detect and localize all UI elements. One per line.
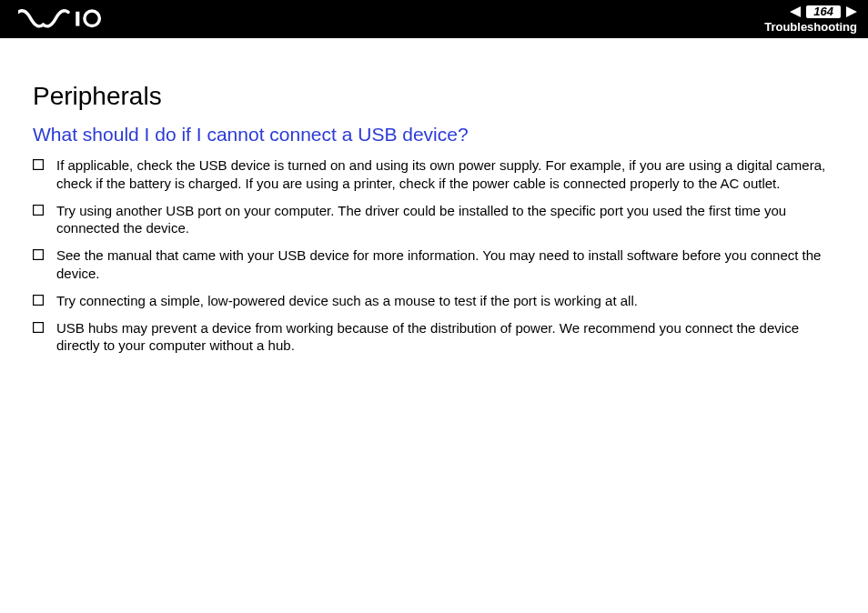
question-heading: What should I do if I cannot connect a U… <box>33 124 835 146</box>
list-item: USB hubs may prevent a device from worki… <box>33 319 835 356</box>
checkbox-bullet-icon <box>33 295 44 306</box>
svg-rect-0 <box>76 12 79 26</box>
bullet-text: Try using another USB port on your compu… <box>56 202 835 238</box>
vaio-logo <box>18 0 118 38</box>
page-nav: 164 <box>790 5 857 18</box>
prev-page-arrow-icon[interactable] <box>790 6 801 17</box>
bullet-text: See the manual that came with your USB d… <box>56 246 835 283</box>
page-title: Peripherals <box>33 82 835 111</box>
checkbox-bullet-icon <box>33 249 44 260</box>
svg-rect-7 <box>34 295 44 305</box>
page-number: 164 <box>806 5 841 18</box>
bullet-text: USB hubs may prevent a device from worki… <box>56 319 835 356</box>
checkbox-bullet-icon <box>33 159 44 170</box>
bullet-list: If applicable, check the USB device is t… <box>33 156 835 355</box>
list-item: Try connecting a simple, low-powered dev… <box>33 292 835 310</box>
list-item: If applicable, check the USB device is t… <box>33 156 835 193</box>
list-item: Try using another USB port on your compu… <box>33 202 835 238</box>
content-area: Peripherals What should I do if I cannot… <box>0 38 868 382</box>
next-page-arrow-icon[interactable] <box>846 6 857 17</box>
checkbox-bullet-icon <box>33 322 44 333</box>
bullet-text: Try connecting a simple, low-powered dev… <box>56 292 835 310</box>
header-bar: 164 Troubleshooting <box>0 0 868 38</box>
svg-rect-6 <box>34 250 44 260</box>
svg-rect-8 <box>34 322 44 332</box>
checkbox-bullet-icon <box>33 205 44 216</box>
bullet-text: If applicable, check the USB device is t… <box>56 156 835 193</box>
svg-point-1 <box>85 11 100 26</box>
list-item: See the manual that came with your USB d… <box>33 246 835 283</box>
header-right: 164 Troubleshooting <box>764 5 857 34</box>
svg-rect-5 <box>34 205 44 215</box>
section-label: Troubleshooting <box>764 20 857 34</box>
